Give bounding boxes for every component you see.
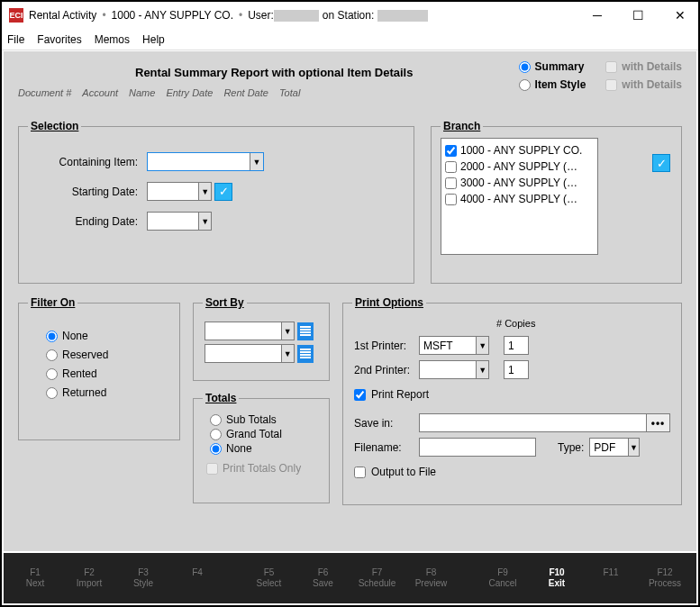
- sort-input-2[interactable]: [205, 345, 281, 362]
- totals-sub-radio[interactable]: [210, 414, 222, 426]
- title-sep: •: [102, 9, 105, 22]
- print-report-label: Print Report: [371, 388, 429, 401]
- output-to-file-check[interactable]: [354, 467, 366, 478]
- starting-date-input[interactable]: [148, 183, 198, 200]
- client-area: Rental Summary Report with optional Item…: [4, 51, 696, 551]
- branch-item-check[interactable]: [445, 161, 457, 173]
- sort-field-1[interactable]: ▼: [205, 322, 295, 340]
- sort-order-icon-2[interactable]: [297, 345, 314, 363]
- branch-select-all-toggle[interactable]: ✓: [652, 154, 670, 172]
- branch-item[interactable]: 4000 - ANY SUPPLY (…: [445, 191, 594, 207]
- sort-field-2[interactable]: ▼: [205, 344, 295, 363]
- ending-date-input[interactable]: [148, 213, 198, 230]
- sort-input-1[interactable]: [205, 322, 281, 340]
- fkey-f5[interactable]: F5Select: [249, 567, 290, 590]
- sort-dropdown-button-2[interactable]: ▼: [281, 345, 294, 362]
- branch-item[interactable]: 1000 - ANY SUPPLY CO.: [445, 142, 594, 159]
- save-in-field[interactable]: •••: [419, 413, 670, 432]
- branch-list[interactable]: 1000 - ANY SUPPLY CO. 2000 - ANY SUPPLY …: [441, 138, 598, 255]
- fkey-f7[interactable]: F7Schedule: [357, 567, 398, 590]
- fkey-f10[interactable]: F10Exit: [536, 567, 577, 590]
- filter-none-radio[interactable]: [46, 331, 58, 342]
- menu-memos[interactable]: Memos: [95, 33, 130, 46]
- menu-file[interactable]: File: [7, 33, 24, 46]
- fkey-f8[interactable]: F8Preview: [411, 567, 452, 590]
- print-totals-only-check[interactable]: [206, 463, 218, 475]
- ending-date-dropdown-button[interactable]: ▼: [198, 213, 211, 230]
- totals-sub[interactable]: Sub Totals: [210, 413, 316, 426]
- menu-help[interactable]: Help: [142, 33, 165, 46]
- containing-item-field[interactable]: ▼: [147, 152, 264, 171]
- filter-returned-radio[interactable]: [46, 387, 58, 399]
- printer2-dropdown-button[interactable]: ▼: [476, 361, 488, 378]
- sort-dropdown-button-1[interactable]: ▼: [281, 322, 294, 340]
- filter-none[interactable]: None: [46, 330, 165, 342]
- sort-order-icon-1[interactable]: [297, 322, 314, 340]
- fkey-f6[interactable]: F6Save: [303, 567, 344, 590]
- fkey-f9[interactable]: F9Cancel: [482, 567, 523, 590]
- type-input[interactable]: [590, 439, 627, 456]
- mode-summary-radio[interactable]: [519, 61, 531, 73]
- ending-date-field[interactable]: ▼: [147, 212, 212, 231]
- fkey-f3[interactable]: F3Style: [123, 567, 164, 590]
- mode-summary-details-label: with Details: [622, 60, 682, 73]
- mode-summary-details[interactable]: with Details: [605, 60, 682, 73]
- print-report-check[interactable]: [354, 389, 366, 401]
- filter-rented[interactable]: Rented: [46, 367, 165, 380]
- branch-item[interactable]: 2000 - ANY SUPPLY (…: [445, 159, 594, 175]
- printer1-field[interactable]: ▼: [419, 336, 489, 355]
- filter-rented-radio[interactable]: [46, 368, 58, 380]
- copies1-value: 1: [508, 340, 514, 352]
- branch-item-check[interactable]: [445, 145, 457, 157]
- totals-none-radio[interactable]: [210, 443, 222, 455]
- branch-item[interactable]: 3000 - ANY SUPPLY (…: [445, 175, 594, 191]
- fkey-f11[interactable]: F11: [590, 567, 632, 590]
- starting-date-toggle[interactable]: ✓: [214, 183, 232, 201]
- copies2-field[interactable]: 1: [504, 360, 529, 379]
- printer1-input[interactable]: [420, 337, 476, 354]
- filename-input[interactable]: [419, 438, 536, 457]
- print-totals-only[interactable]: Print Totals Only: [206, 462, 316, 475]
- save-in-input[interactable]: [420, 417, 646, 430]
- printer1-dropdown-button[interactable]: ▼: [476, 337, 488, 354]
- type-field[interactable]: ▼: [589, 438, 640, 457]
- copies1-field[interactable]: 1: [504, 336, 529, 355]
- maximize-button[interactable]: ☐: [627, 6, 650, 24]
- mode-summary[interactable]: Summary: [519, 60, 586, 73]
- save-in-browse-button[interactable]: •••: [646, 414, 669, 431]
- type-dropdown-button[interactable]: ▼: [628, 439, 640, 456]
- print-legend: Print Options: [352, 296, 426, 309]
- menu-favorites[interactable]: Favorites: [37, 33, 81, 46]
- mode-item-details[interactable]: with Details: [605, 78, 682, 91]
- totals-grand[interactable]: Grand Total: [210, 428, 316, 440]
- printer2-input[interactable]: [420, 361, 476, 378]
- mode-item-style[interactable]: Item Style: [519, 78, 586, 91]
- filter-reserved-radio[interactable]: [46, 349, 58, 361]
- totals-none[interactable]: None: [210, 442, 316, 455]
- close-button[interactable]: ✕: [669, 6, 691, 24]
- branch-item-check[interactable]: [445, 194, 457, 205]
- mode-summary-details-check[interactable]: [605, 61, 617, 73]
- copies2-value: 1: [508, 364, 514, 376]
- fkey-bar: F1Next F2Import F3Style F4 F5Select F6Sa…: [4, 553, 696, 603]
- mode-item-style-radio[interactable]: [519, 79, 531, 91]
- fkey-f12[interactable]: F12Process: [644, 567, 686, 590]
- title-user-label: User:: [248, 9, 274, 22]
- output-to-file-label: Output to File: [371, 466, 436, 478]
- filter-reserved[interactable]: Reserved: [46, 349, 165, 361]
- branch-item-check[interactable]: [445, 177, 457, 189]
- totals-grand-radio[interactable]: [210, 429, 222, 440]
- containing-item-dropdown-button[interactable]: ▼: [250, 153, 263, 170]
- mode-item-details-check[interactable]: [605, 79, 617, 91]
- minimize-button[interactable]: ─: [587, 6, 607, 24]
- col-entry-date: Entry Date: [166, 87, 213, 98]
- fkey-f2[interactable]: F2Import: [68, 567, 110, 590]
- filter-returned[interactable]: Returned: [46, 386, 165, 399]
- containing-item-input[interactable]: [148, 153, 250, 170]
- fkey-f4[interactable]: F4: [177, 567, 218, 590]
- fkey-f1[interactable]: F1Next: [14, 567, 56, 590]
- col-document: Document #: [18, 87, 71, 98]
- starting-date-field[interactable]: ▼: [147, 182, 212, 201]
- starting-date-dropdown-button[interactable]: ▼: [198, 183, 211, 200]
- printer2-field[interactable]: ▼: [419, 360, 489, 379]
